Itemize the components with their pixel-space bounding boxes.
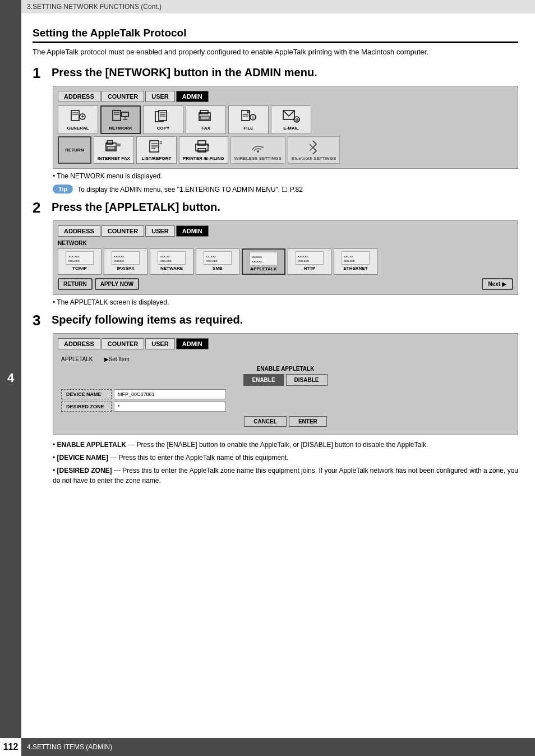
step-3-header: 3 Specify following items as required.	[33, 313, 518, 328]
appletalk-screen-header: APPLETALK ▶Set Item	[61, 356, 510, 362]
tab-user-2[interactable]: USER	[145, 225, 175, 237]
http-label: HTTP	[304, 266, 316, 271]
tab-address-2[interactable]: ADDRESS	[58, 225, 100, 237]
step-1-number: 1	[33, 66, 46, 80]
svg-rect-18	[200, 110, 208, 114]
tab-address-3[interactable]: ADDRESS	[58, 338, 100, 349]
bottom-bar-text: 4.SETTING ITEMS (ADMIN)	[27, 743, 112, 751]
smb-label: SMB	[213, 266, 223, 271]
tab-bar-1: ADDRESS COUNTER USER ADMIN	[58, 91, 513, 102]
tab-counter-1[interactable]: COUNTER	[102, 91, 144, 102]
tab-admin-2[interactable]: ADMIN	[176, 225, 209, 237]
netware-icon: xxx.xxxxx.xxx	[158, 251, 186, 265]
tab-user-1[interactable]: USER	[145, 91, 175, 102]
network-tcpip[interactable]: xxx.xxxxxx.xxx TCP/IP	[58, 248, 102, 275]
svg-point-45	[257, 150, 259, 153]
list-report-label: LIST/REPORT	[142, 156, 172, 161]
appletalk-screen-label: APPLETALK	[61, 356, 93, 362]
http-icon: xxxxxx.xxx.xxx	[296, 251, 324, 265]
svg-rect-43	[198, 149, 206, 152]
menu-file[interactable]: FILE	[228, 105, 269, 134]
svg-text:xxx.xxx: xxx.xxx	[68, 255, 80, 258]
step-2-title: Press the [APPLETALK] button.	[52, 200, 220, 214]
next-btn[interactable]: Next ▶	[482, 278, 513, 290]
intro-text: The AppleTalk protocol must be enabled a…	[33, 47, 518, 58]
menu-wireless[interactable]: WIRELESS SETTINGS	[230, 136, 285, 164]
top-header: 3.SETTING NETWORK FUNCTIONS (Cont.)	[21, 0, 535, 13]
menu-email[interactable]: @ E-MAIL	[271, 105, 311, 134]
svg-rect-13	[159, 110, 167, 121]
device-name-btn[interactable]: DEVICE NAME	[61, 389, 112, 399]
file-label: FILE	[243, 126, 253, 131]
svg-text:xxxxxx.: xxxxxx.	[252, 260, 263, 263]
cancel-btn[interactable]: CANCEL	[244, 416, 287, 427]
netware-label: NETWARE	[160, 266, 183, 271]
section-title: Setting the AppleTalk Protocol	[33, 27, 518, 43]
ethernet-label: ETHERNET	[343, 266, 367, 271]
tab-counter-2[interactable]: COUNTER	[102, 225, 144, 237]
fax-label: FAX	[201, 126, 210, 131]
list-report-icon	[146, 139, 167, 155]
appletalk-label: APPLETALK	[250, 266, 276, 271]
appletalk-icon: xxxxxxxxxxxx.	[250, 252, 278, 265]
tcpip-label: TCP/IP	[72, 266, 87, 271]
menu-general[interactable]: GENERAL	[58, 105, 98, 134]
network-http[interactable]: xxxxxx.xxx.xxx HTTP	[288, 248, 331, 275]
svg-rect-19	[200, 116, 209, 119]
tab-address-1[interactable]: ADDRESS	[58, 91, 100, 102]
menu-return[interactable]: RETURN	[58, 136, 91, 164]
step-2-bullet: The APPLETALK screen is displayed.	[53, 298, 518, 306]
network-smb[interactable]: cx.xxxxxx.xxx SMB	[196, 248, 239, 275]
copy-icon	[153, 109, 173, 125]
tip-box: Tip To display the ADMIN menu, see "1.EN…	[53, 185, 518, 195]
general-icon	[68, 109, 88, 125]
enable-btn[interactable]: ENABLE	[243, 374, 283, 386]
menu-bluetooth[interactable]: Bluetooth SETTINGS	[288, 136, 340, 164]
desired-zone-row: DESIRED ZONE *	[61, 402, 510, 412]
enter-btn[interactable]: ENTER	[289, 416, 327, 427]
step-1-bullet: The NETWORK menu is displayed.	[53, 172, 518, 180]
fax-icon	[196, 109, 216, 125]
printer-efiling-icon	[193, 139, 214, 155]
svg-rect-30	[107, 141, 113, 144]
step-1-header: 1 Press the [NETWORK] button in the ADMI…	[33, 66, 518, 80]
return-btn-2[interactable]: RETURN	[58, 278, 93, 290]
menu-copy[interactable]: COPY	[143, 105, 183, 134]
tab-bar-2: ADDRESS COUNTER USER ADMIN	[58, 225, 513, 237]
desired-zone-value: *	[114, 402, 226, 412]
network-ethernet[interactable]: xxx.xxxxx.xxx ETHERNET	[334, 248, 377, 275]
step-3-title: Specify following items as required.	[52, 313, 243, 326]
svg-text:@: @	[295, 118, 299, 122]
menu-fax[interactable]: FAX	[186, 105, 226, 134]
cancel-enter-row: CANCEL ENTER	[61, 416, 510, 427]
tab-counter-3[interactable]: COUNTER	[102, 338, 144, 349]
step-2-number: 2	[33, 200, 46, 215]
enable-disable-group: ENABLE DISABLE	[61, 374, 510, 386]
svg-line-47	[310, 147, 313, 151]
printer-efiling-label: PRINTER /E-FILING	[183, 156, 224, 161]
tab-user-3[interactable]: USER	[145, 338, 175, 349]
network-appletalk[interactable]: xxxxxxxxxxxx. APPLETALK	[242, 248, 285, 275]
svg-text:xxx.xx: xxx.xx	[344, 255, 353, 258]
desired-zone-btn[interactable]: DESIRED ZONE	[61, 402, 112, 412]
disable-btn[interactable]: DISABLE	[286, 374, 328, 386]
menu-network[interactable]: NETWORK	[100, 105, 141, 134]
network-netware[interactable]: xxx.xxxxx.xxx NETWARE	[150, 248, 193, 275]
network-ipxspx[interactable]: xxxxxx.xxxxxx. IPX/SPX	[104, 248, 147, 275]
menu-printer-efiling[interactable]: PRINTER /E-FILING	[179, 136, 228, 164]
svg-text:xxxxxx.: xxxxxx.	[298, 255, 309, 258]
copy-label: COPY	[157, 126, 170, 131]
apply-now-btn[interactable]: APPLY NOW	[95, 278, 139, 290]
email-label: E-MAIL	[283, 126, 299, 131]
top-header-text: 3.SETTING NETWORK FUNCTIONS (Cont.)	[27, 3, 162, 11]
network-screen-label: NETWORK	[58, 240, 513, 246]
main-content: Setting the AppleTalk Protocol The Apple…	[21, 13, 535, 494]
menu-list-report[interactable]: LIST/REPORT	[136, 136, 177, 164]
network-bottom-nav: RETURN APPLY NOW Next ▶	[58, 278, 513, 290]
svg-text:cx.xxx: cx.xxx	[206, 255, 216, 258]
menu-internet-fax[interactable]: INTERNET FAX	[94, 136, 134, 164]
tab-admin-1[interactable]: ADMIN	[176, 91, 209, 102]
tab-admin-3[interactable]: ADMIN	[176, 338, 209, 349]
ipxspx-icon: xxxxxx.xxxxxx.	[112, 251, 140, 265]
network-icon	[110, 109, 131, 125]
